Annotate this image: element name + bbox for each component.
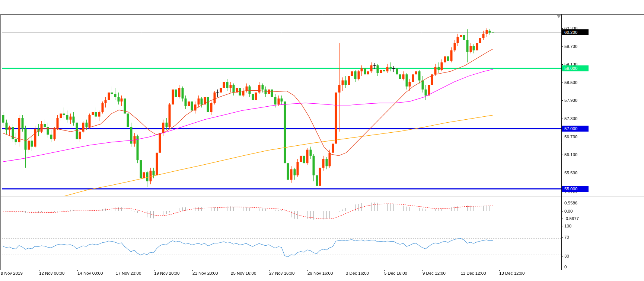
chart-canvas[interactable] [0,0,644,281]
time-axis-label: 21 Nov 20:00 [192,271,218,275]
price-badge: 59.000 [562,65,589,71]
rsi-axis-label: 100 [564,224,571,228]
rsi-axis-label: 70 [564,235,569,239]
price-axis-label: 59.730 [564,44,577,49]
time-axis-label: 12 Nov 00:00 [39,271,64,275]
price-badge: 57.000 [562,126,589,132]
rsi-axis-label: 30 [564,254,569,258]
price-axis-label: 56.130 [564,152,577,157]
time-axis-label: 3 Dec 16:00 [346,271,369,275]
rsi-axis-label: 0 [564,265,567,269]
price-badge: 55.000 [562,186,589,192]
time-axis-label: 14 Nov 00:00 [77,271,103,275]
time-axis-label: 11 Dec 12:00 [461,271,486,275]
macd-axis-label: 0.00 [564,209,573,213]
time-axis-label: 8 Nov 2019 [1,271,23,275]
price-axis-label: 55.530 [564,171,577,175]
time-axis-label: 13 Dec 12:00 [499,271,525,275]
price-axis-label: 57.930 [564,98,577,103]
price-axis-label: 56.730 [564,135,577,139]
time-axis-label: 17 Nov 23:00 [116,271,141,275]
price-axis-label: 58.530 [564,80,577,85]
time-axis-label: 25 Nov 16:00 [231,271,256,275]
price-axis-label: 57.330 [564,116,577,121]
time-axis-label: 29 Nov 16:00 [307,271,333,275]
price-badge: 60.200 [562,29,589,35]
macd-axis-label: 0.5586 [564,201,577,205]
macd-axis-label: -0.5677 [564,216,579,221]
time-axis-label: 9 Dec 12:00 [423,271,446,275]
time-axis-label: 5 Dec 16:00 [384,271,407,275]
time-axis-label: 19 Nov 20:00 [154,271,179,275]
time-axis-label: 27 Nov 16:00 [269,271,294,275]
